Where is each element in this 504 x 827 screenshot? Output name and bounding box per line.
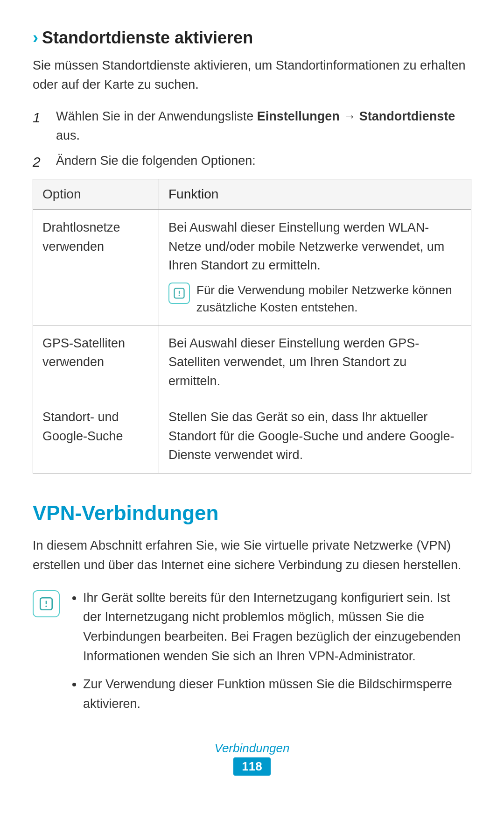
note-box: Für die Verwendung mobiler Netzwerke kön… [168, 282, 462, 317]
heading-title: Standortdienste aktivieren [42, 28, 253, 48]
table-row: Drahtlosnetze verwendenBei Auswahl diese… [33, 210, 471, 325]
section-heading: › Standortdienste aktivieren [33, 28, 471, 48]
note-text: Für die Verwendung mobiler Netzwerke kön… [196, 282, 462, 317]
footer-section-label: Verbindungen [33, 741, 471, 756]
svg-point-5 [45, 605, 47, 607]
step-2-number: 2 [33, 151, 56, 172]
col-header-option: Option [33, 179, 159, 210]
vpn-note-icon [33, 590, 60, 617]
vpn-heading: VPN-Verbindungen [33, 502, 471, 525]
table-cell-funktion: Bei Auswahl dieser Einstellung werden WL… [159, 210, 471, 325]
vpn-note-item: Zur Verwendung dieser Funktion müssen Si… [83, 675, 471, 714]
step-1-number: 1 [33, 107, 56, 145]
table-row: GPS-Satelliten verwendenBei Auswahl dies… [33, 325, 471, 399]
table-cell-funktion: Bei Auswahl dieser Einstellung werden GP… [159, 325, 471, 399]
table-cell-option: Standort- und Google-Suche [33, 399, 159, 474]
step-1: 1 Wählen Sie in der Anwendungsliste Eins… [33, 107, 471, 145]
table-row: Standort- und Google-SucheStellen Sie da… [33, 399, 471, 474]
col-header-funktion: Funktion [159, 179, 471, 210]
options-table: Option Funktion Drahtlosnetze verwendenB… [33, 179, 471, 474]
page-footer: Verbindungen 118 [33, 741, 471, 776]
svg-point-2 [179, 295, 180, 296]
vpn-intro: In diesem Abschnitt erfahren Sie, wie Si… [33, 536, 471, 575]
chevron-icon: › [33, 28, 38, 48]
step-2-text: Ändern Sie die folgenden Optionen: [56, 151, 471, 172]
table-cell-option: Drahtlosnetze verwenden [33, 210, 159, 325]
section-intro: Sie müssen Standortdienste aktivieren, u… [33, 56, 471, 94]
step-1-text: Wählen Sie in der Anwendungsliste Einste… [56, 107, 471, 145]
step-2: 2 Ändern Sie die folgenden Optionen: [33, 151, 471, 172]
vpn-note-item: Ihr Gerät sollte bereits für den Interne… [83, 588, 471, 666]
footer-page-number: 118 [233, 757, 270, 776]
table-cell-funktion: Stellen Sie das Gerät so ein, dass Ihr a… [159, 399, 471, 474]
vpn-note-list: Ihr Gerät sollte bereits für den Interne… [69, 588, 471, 722]
note-icon [168, 283, 190, 304]
table-cell-option: GPS-Satelliten verwenden [33, 325, 159, 399]
vpn-section: VPN-Verbindungen In diesem Abschnitt erf… [33, 502, 471, 722]
table-header-row: Option Funktion [33, 179, 471, 210]
vpn-note-block: Ihr Gerät sollte bereits für den Interne… [33, 588, 471, 722]
